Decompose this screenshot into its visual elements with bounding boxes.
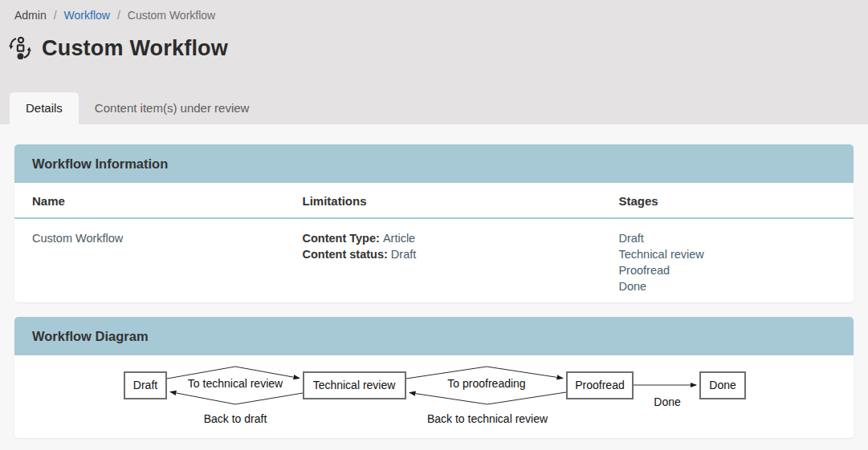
column-header-limitations: Limitations bbox=[284, 183, 601, 218]
limitation-value: Article bbox=[383, 232, 415, 245]
transition-label-back-to-technical-review: Back to technical review bbox=[427, 412, 548, 425]
breadcrumb-separator: / bbox=[117, 9, 120, 22]
stage-item: Draft bbox=[618, 230, 836, 246]
stage-item: Done bbox=[618, 278, 836, 294]
tab-bar: Details Content item(s) under review bbox=[10, 92, 265, 124]
page-title: Custom Workflow bbox=[42, 36, 228, 61]
breadcrumb: Admin / Workflow / Custom Workflow bbox=[0, 0, 868, 22]
breadcrumb-item-current: Custom Workflow bbox=[128, 9, 215, 22]
stage-item: Proofread bbox=[618, 262, 836, 278]
node-label-proofread: Proofread bbox=[575, 379, 624, 391]
breadcrumb-item-admin: Admin bbox=[14, 9, 47, 22]
limitation-label: Content Type: bbox=[302, 232, 379, 245]
column-header-name: Name bbox=[14, 183, 284, 218]
stage-item: Technical review bbox=[618, 246, 836, 262]
workflow-diagram-panel: Workflow Diagram To technical review Bac… bbox=[14, 317, 854, 438]
workflow-information-body: Name Limitations Stages Custom Workflow … bbox=[14, 183, 854, 302]
limitation-value: Draft bbox=[391, 248, 416, 261]
workflow-information-panel: Workflow Information Name Limitations St… bbox=[14, 144, 854, 302]
topbar: Admin / Workflow / Custom Workflow Custo… bbox=[0, 0, 868, 124]
workflow-diagram-header: Workflow Diagram bbox=[14, 317, 854, 355]
tab-details[interactable]: Details bbox=[10, 92, 79, 124]
limitations-cell: Content Type:Article Content status:Draf… bbox=[284, 218, 601, 302]
transition-label-to-technical-review: To technical review bbox=[188, 377, 283, 390]
limitation-content-status: Content status:Draft bbox=[302, 246, 583, 262]
breadcrumb-separator: / bbox=[54, 9, 57, 22]
limitation-label: Content status: bbox=[302, 248, 387, 261]
column-header-stages: Stages bbox=[601, 183, 854, 218]
edge-back-to-technical-review bbox=[410, 392, 566, 404]
edge-back-to-draft bbox=[170, 392, 303, 405]
workflow-diagram-svg: To technical review Back to draft To pro… bbox=[14, 355, 854, 438]
table-row: Custom Workflow Content Type:Article Con… bbox=[14, 218, 854, 302]
transition-label-to-proofreading: To proofreading bbox=[447, 377, 525, 390]
stages-cell: Draft Technical review Proofread Done bbox=[601, 218, 854, 302]
page-header: Custom Workflow bbox=[0, 22, 868, 61]
diagram-node-proofread: Proofread bbox=[567, 372, 633, 399]
workflow-name-cell: Custom Workflow bbox=[14, 218, 284, 302]
transition-label-done: Done bbox=[654, 395, 681, 408]
breadcrumb-item-workflow[interactable]: Workflow bbox=[64, 9, 110, 22]
workflow-information-table: Name Limitations Stages Custom Workflow … bbox=[14, 183, 854, 302]
node-label-technical-review: Technical review bbox=[313, 379, 397, 391]
workflow-diagram-body: To technical review Back to draft To pro… bbox=[14, 355, 854, 438]
diagram-node-draft: Draft bbox=[124, 372, 166, 399]
node-label-draft: Draft bbox=[133, 379, 157, 391]
limitation-content-type: Content Type:Article bbox=[302, 230, 583, 246]
tab-content-items-under-review[interactable]: Content item(s) under review bbox=[79, 92, 266, 124]
workflow-information-header: Workflow Information bbox=[14, 144, 854, 183]
diagram-node-done: Done bbox=[700, 372, 745, 399]
node-label-done: Done bbox=[709, 379, 736, 391]
diagram-node-technical-review: Technical review bbox=[304, 372, 405, 399]
transition-label-back-to-draft: Back to draft bbox=[204, 412, 267, 425]
workflow-icon bbox=[8, 35, 32, 61]
main-content: Workflow Information Name Limitations St… bbox=[0, 124, 868, 438]
